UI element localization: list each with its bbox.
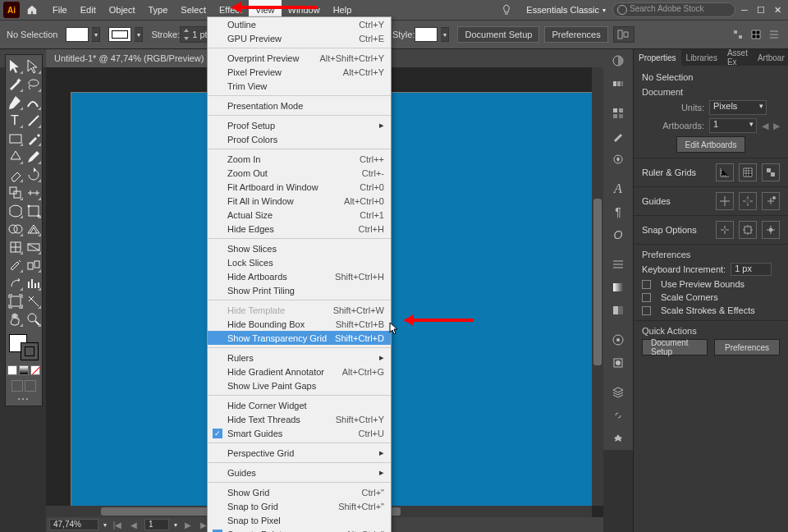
gradient-icon[interactable] [603,276,633,299]
appearance-icon[interactable] [603,328,633,351]
character-icon[interactable]: A [603,177,633,200]
tool-curv[interactable] [25,94,42,111]
maximize-button[interactable]: ☐ [754,5,768,16]
align-options[interactable] [613,26,635,43]
next-artboard-icon[interactable]: ▶ [773,121,780,131]
checkbox[interactable] [642,293,651,302]
menu-item-rulers[interactable]: Rulers▸ [208,351,391,365]
first-artboard[interactable]: |◀ [112,519,123,530]
layers-icon[interactable] [603,381,633,404]
style-swatch[interactable] [415,27,438,42]
ruler-toggle[interactable] [716,163,734,181]
prev-artboard-icon[interactable]: ◀ [762,121,768,131]
menu-item-show-live-paint-gaps[interactable]: Show Live Paint Gaps [208,378,391,392]
stroke-panel-icon[interactable] [603,253,633,276]
stroke-color[interactable] [21,342,39,360]
menu-item-snap-to-point[interactable]: ✓Snap to PointAlt+Ctrl+" [208,527,391,532]
preferences-button[interactable]: Preferences [544,26,607,43]
menu-item-outline[interactable]: OutlineCtrl+Y [208,17,391,31]
edit-artboards-button[interactable]: Edit Artboards [676,136,746,153]
menu-item-perspective-grid[interactable]: Perspective Grid▸ [208,446,391,460]
zoom-field[interactable]: 47,74% [49,519,98,530]
units-select[interactable]: Pixels [709,100,767,115]
graphic-styles-icon[interactable] [603,351,633,374]
qa-document-setup[interactable]: Document Setup [642,339,708,355]
menu-item-show-transparency-grid[interactable]: Show Transparency GridShift+Ctrl+D [208,331,391,345]
menu-item-proof-colors[interactable]: Proof Colors [208,132,391,146]
symbols-icon[interactable] [603,148,633,171]
links-icon[interactable] [603,404,633,427]
tool-wand[interactable] [7,76,24,93]
menu-type[interactable]: Type [142,0,175,20]
menu-item-snap-to-grid[interactable]: Snap to GridShift+Ctrl+" [208,499,391,513]
guides-options[interactable] [762,192,780,210]
menu-file[interactable]: File [46,0,74,20]
menu-item-hide-artboards[interactable]: Hide ArtboardsShift+Ctrl+H [208,269,391,283]
menu-item-gpu-preview[interactable]: GPU PreviewCtrl+E [208,31,391,45]
workspace-switcher[interactable]: Essentials Classic▾ [526,5,606,15]
paragraph-icon[interactable]: ¶ [603,200,633,223]
grid-icon[interactable] [749,27,763,42]
tool-artbd[interactable] [7,293,24,310]
menu-item-guides[interactable]: Guides▸ [208,466,391,479]
tool-mesh[interactable] [7,239,24,255]
document-tab[interactable]: Untitled-1* @ 47,74% (RGB/Preview) × [46,49,226,67]
tool-free[interactable] [25,203,42,219]
checkbox[interactable] [642,280,651,289]
menu-item-hide-edges[interactable]: Hide EdgesCtrl+H [208,222,391,236]
actions-icon[interactable] [603,427,633,450]
tab-asset-export[interactable]: Asset Ex [722,49,753,66]
next-artboard[interactable]: ▶ [182,519,194,530]
document-setup-button[interactable]: Document Setup [457,26,539,43]
menu-edit[interactable]: Edit [74,0,103,20]
tool-pencil[interactable] [25,149,42,165]
close-button[interactable]: ✕ [770,5,785,16]
menu-item-show-grid[interactable]: Show GridCtrl+" [208,485,391,499]
menu-item-smart-guides[interactable]: ✓Smart GuidesCtrl+U [208,426,391,440]
minimize-button[interactable]: ─ [737,5,752,15]
snap-pixel[interactable] [762,221,780,239]
home-icon[interactable] [26,4,43,16]
menu-item-hide-bounding-box[interactable]: Hide Bounding BoxShift+Ctrl+B [208,317,391,331]
light-bulb-icon[interactable] [502,4,511,16]
menu-item-pixel-preview[interactable]: Pixel PreviewAlt+Ctrl+Y [208,65,391,79]
artboard-nav[interactable]: 1 [144,519,169,530]
color-guide-icon[interactable] [603,72,633,95]
color-panel-icon[interactable] [603,49,633,72]
tool-grad[interactable] [25,239,42,255]
menu-item-hide-gradient-annotator[interactable]: Hide Gradient AnnotatorAlt+Ctrl+G [208,365,391,378]
tool-symbol[interactable] [7,275,24,291]
tab-properties[interactable]: Properties [634,49,681,66]
tool-graph[interactable] [25,275,42,291]
color-mode[interactable] [7,365,17,375]
tool-shaper[interactable] [7,149,24,165]
tool-type[interactable]: T [7,112,24,129]
menu-item-snap-to-pixel[interactable]: Snap to Pixel [208,513,391,527]
list-icon[interactable] [767,27,781,42]
guides-lock[interactable] [739,192,757,210]
tool-shapebld[interactable] [7,221,24,237]
menu-item-fit-all-in-window[interactable]: Fit All in WindowAlt+Ctrl+0 [208,194,391,208]
snap-grid[interactable] [739,221,757,239]
guides-visibility[interactable] [716,192,734,210]
menu-item-show-slices[interactable]: Show Slices [208,241,391,255]
tab-artboards[interactable]: Artboar [753,49,788,66]
tool-sel[interactable] [7,58,24,75]
tool-scale[interactable] [7,185,24,201]
tab-libraries[interactable]: Libraries [681,49,722,66]
tool-width[interactable] [25,185,42,201]
menu-item-overprint-preview[interactable]: Overprint PreviewAlt+Shift+Ctrl+Y [208,51,391,65]
tool-persp[interactable] [25,221,42,237]
keyboard-increment-input[interactable]: 1 px [731,263,772,276]
search-input[interactable]: Search Adobe Stock [612,2,735,17]
tool-hand[interactable] [7,311,24,328]
snap-point[interactable] [716,221,734,239]
tool-line[interactable] [25,112,42,129]
fill-stroke-control[interactable] [7,332,40,362]
normal-screen-mode[interactable] [11,380,23,392]
menu-item-presentation-mode[interactable]: Presentation Mode [208,99,391,112]
tool-rot[interactable] [25,167,42,183]
menu-item-hide-text-threads[interactable]: Hide Text ThreadsShift+Ctrl+Y [208,412,391,426]
gradient-mode[interactable] [19,365,29,375]
transparency-icon[interactable] [603,299,633,322]
